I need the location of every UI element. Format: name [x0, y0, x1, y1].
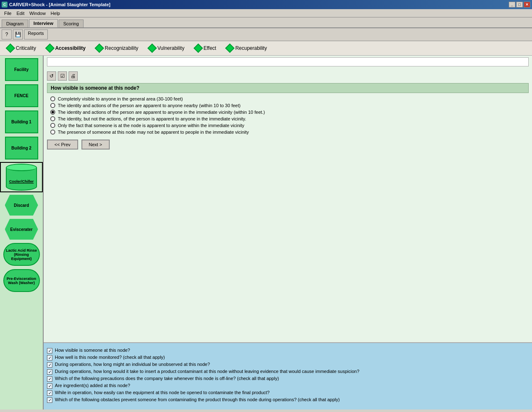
check-item-7[interactable]: ✓ While in operation, how easily can the…	[47, 390, 529, 396]
node-preevisceration[interactable]: Pre-Evisceration Wash (Washer)	[3, 269, 40, 292]
radio-label-3: The identity and actions of the person a…	[58, 110, 265, 115]
radio-label-2: The identity and actions of the person a…	[58, 103, 241, 108]
nav-buttons: << Prev Next >	[47, 140, 529, 150]
check-item-2[interactable]: ✓ How well is this node monitored? (chec…	[47, 355, 529, 360]
checkbox-5[interactable]: ✓	[47, 376, 52, 382]
effect-diamond	[193, 44, 203, 53]
check-label-5: Which of the following precautions does …	[55, 376, 279, 381]
prev-button[interactable]: << Prev	[47, 140, 78, 150]
vulnerability-diamond	[147, 44, 157, 53]
tab-vulnerability[interactable]: Vulnerability	[144, 43, 189, 54]
node-eviscerater[interactable]: Eviscerater	[5, 219, 38, 240]
check-item-1[interactable]: ✓ How visible is someone at this node?	[47, 348, 529, 353]
question-title: How visible is someone at this node?	[47, 83, 529, 93]
checklist-section: ✓ How visible is someone at this node? ✓…	[44, 343, 532, 410]
check-item-3[interactable]: ✓ During operations, how long might an i…	[47, 362, 529, 368]
check-item-4[interactable]: ✓ During operations, how long would it t…	[47, 369, 529, 375]
minimize-button[interactable]: _	[509, 2, 515, 7]
close-button[interactable]: ✕	[524, 2, 530, 7]
node-building1[interactable]: Building 1	[5, 110, 38, 133]
node-lactic[interactable]: Lactic Acid Rinse (Rinsing Equipment)	[3, 243, 40, 266]
check-label-8: Which of the following obstacles prevent…	[55, 397, 340, 402]
question-toolbar: ↺ ☑ 🖨	[47, 71, 529, 81]
radio-3[interactable]	[50, 110, 55, 115]
tab-diagram[interactable]: Diagram	[2, 20, 28, 27]
radio-5[interactable]	[50, 123, 55, 128]
sidebar-item-building2[interactable]: Building 2	[0, 136, 43, 160]
help-button[interactable]: ?	[2, 29, 12, 39]
criticality-diamond	[6, 44, 15, 53]
tab-recuperability[interactable]: Recuperability	[222, 43, 271, 54]
tab-recognizability[interactable]: Recognizability	[91, 43, 143, 54]
tab-accessibility[interactable]: Accessibility	[42, 43, 90, 54]
radio-1[interactable]	[50, 96, 55, 101]
save-button[interactable]: 💾	[13, 29, 23, 39]
check-label-6: Are ingredient(s) added at this node?	[55, 383, 130, 388]
sidebar-item-discard[interactable]: Discard	[0, 194, 43, 216]
checkbox-1[interactable]: ✓	[47, 348, 52, 353]
sidebar-item-building1[interactable]: Building 1	[0, 110, 43, 134]
node-cooler[interactable]: Cooler/Chiller	[6, 164, 37, 191]
radio-label-6: The presence of someone at this node may…	[58, 130, 249, 135]
checkbox-2[interactable]: ✓	[47, 355, 52, 360]
question-section: ↺ ☑ 🖨 How visible is someone at this nod…	[44, 68, 532, 343]
recuperability-diamond	[225, 44, 235, 53]
radio-option-1[interactable]: Completely visible to anyone in the gene…	[50, 96, 529, 101]
sidebar: Facility FENCE Building 1 Building 2 Coo…	[0, 56, 44, 410]
main-layout: Facility FENCE Building 1 Building 2 Coo…	[0, 56, 532, 410]
radio-2[interactable]	[50, 103, 55, 108]
checkbox-7[interactable]: ✓	[47, 390, 52, 396]
refresh-button[interactable]: ↺	[47, 71, 56, 81]
checkbox-6[interactable]: ✓	[47, 383, 52, 389]
checkbox-8[interactable]: ✓	[47, 397, 52, 403]
print-button[interactable]: 🖨	[69, 71, 78, 81]
search-input[interactable]	[47, 57, 529, 66]
tab-criticality[interactable]: Criticality	[2, 43, 40, 54]
sidebar-item-fence[interactable]: FENCE	[0, 83, 43, 108]
menu-bar: File Edit Window Help	[0, 9, 532, 17]
node-facility[interactable]: Facility	[5, 58, 38, 81]
window-title: CARVER+Shock - [Animal Slaughter Templat…	[9, 2, 111, 7]
tab-effect[interactable]: Effect	[190, 43, 220, 54]
check-item-6[interactable]: ✓ Are ingredient(s) added at this node?	[47, 383, 529, 389]
sidebar-item-facility[interactable]: Facility	[0, 57, 43, 82]
tab-scoring[interactable]: Scoring	[59, 20, 83, 27]
node-discard[interactable]: Discard	[5, 195, 38, 216]
radio-option-6[interactable]: The presence of someone at this node may…	[50, 130, 529, 135]
radio-label-1: Completely visible to anyone in the gene…	[58, 96, 183, 101]
maximize-button[interactable]: □	[516, 2, 523, 7]
sidebar-item-lactic[interactable]: Lactic Acid Rinse (Rinsing Equipment)	[0, 242, 43, 267]
menu-edit[interactable]: Edit	[14, 10, 27, 17]
radio-option-3[interactable]: The identity and actions of the person a…	[50, 110, 529, 115]
check-item-8[interactable]: ✓ Which of the following obstacles preve…	[47, 397, 529, 403]
check-button[interactable]: ☑	[58, 71, 67, 81]
radio-6[interactable]	[50, 130, 55, 135]
radio-option-2[interactable]: The identity and actions of the person a…	[50, 103, 529, 108]
recognizability-diamond	[95, 44, 104, 53]
reports-button[interactable]: Reports	[24, 29, 48, 39]
next-button[interactable]: Next >	[81, 140, 110, 150]
menu-window[interactable]: Window	[27, 10, 48, 17]
check-label-3: During operations, how long might an ind…	[55, 362, 210, 367]
check-label-4: During operations, how long would it tak…	[55, 369, 360, 374]
sidebar-item-preevisceration[interactable]: Pre-Evisceration Wash (Washer)	[0, 268, 43, 293]
check-label-7: While in operation, how easily can the e…	[55, 390, 270, 395]
radio-option-4[interactable]: The identity, but not the actions, of th…	[50, 116, 529, 121]
radio-label-5: Only the fact that someone is at the nod…	[58, 123, 244, 128]
sidebar-item-cooler[interactable]: Cooler/Chiller	[0, 162, 43, 192]
sidebar-item-eviscerater[interactable]: Eviscerater	[0, 218, 43, 240]
toolbar: ? 💾 Reports	[0, 28, 532, 41]
node-fence[interactable]: FENCE	[5, 84, 38, 107]
menu-help[interactable]: Help	[48, 10, 63, 17]
checkbox-4[interactable]: ✓	[47, 369, 52, 375]
accessibility-diamond	[45, 44, 54, 53]
tab-interview[interactable]: Interview	[29, 19, 58, 27]
check-item-5[interactable]: ✓ Which of the following precautions doe…	[47, 376, 529, 382]
node-building2[interactable]: Building 2	[5, 137, 38, 159]
menu-file[interactable]: File	[2, 10, 14, 17]
check-label-1: How visible is someone at this node?	[55, 348, 130, 353]
title-bar: C CARVER+Shock - [Animal Slaughter Templ…	[0, 0, 532, 9]
radio-4[interactable]	[50, 116, 55, 121]
radio-option-5[interactable]: Only the fact that someone is at the nod…	[50, 123, 529, 128]
checkbox-3[interactable]: ✓	[47, 362, 52, 368]
